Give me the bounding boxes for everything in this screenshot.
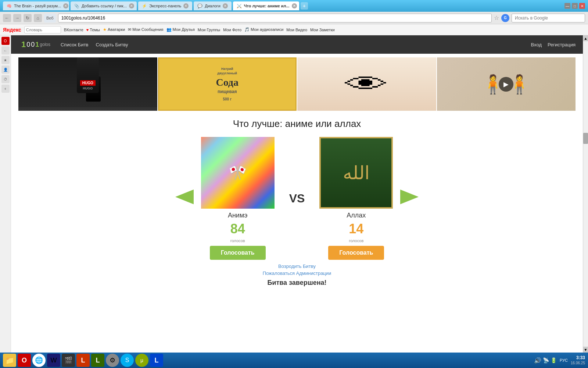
scroll-up[interactable]: ▲ bbox=[583, 35, 588, 41]
tab-battle-close[interactable]: ✕ bbox=[292, 3, 297, 8]
tray-icon-3[interactable]: 🔋 bbox=[551, 357, 557, 363]
browser-sidebar: O ← ★ 👤 ⏱ + bbox=[0, 35, 11, 353]
nav-login[interactable]: Вход bbox=[531, 42, 542, 47]
nav-list-battles[interactable]: Список Битв bbox=[61, 42, 89, 47]
bookmark-video[interactable]: Мои Видео bbox=[286, 28, 307, 32]
logo-one: 0 bbox=[31, 41, 35, 49]
taskbar-app3[interactable]: L bbox=[150, 354, 163, 367]
tab-dialogi[interactable]: 💬 Диалоги ✕ bbox=[194, 1, 232, 10]
taskbar-gear[interactable]: ⚙ bbox=[106, 354, 119, 367]
tab-battle[interactable]: ⚔️ Что лучше: аниме ил... ✕ bbox=[233, 1, 299, 10]
bookmark-photos[interactable]: Мои Фото bbox=[223, 28, 241, 32]
refresh-button[interactable]: ↻ bbox=[24, 14, 32, 22]
sidebar-user[interactable]: 👤 bbox=[1, 66, 10, 74]
tab-express-close[interactable]: ✕ bbox=[183, 3, 189, 8]
revive-battle-link[interactable]: Возродить Битву bbox=[278, 263, 316, 269]
play-button[interactable]: ▶ bbox=[499, 77, 513, 92]
sidebar-bookmarks[interactable]: ★ bbox=[1, 56, 10, 64]
forward-button[interactable]: → bbox=[13, 14, 21, 22]
banner-lashes[interactable]: 👁 bbox=[297, 57, 436, 111]
scrollbar[interactable]: ▲ ▼ bbox=[583, 35, 588, 353]
taskbar-app1[interactable]: L bbox=[76, 354, 90, 367]
taskbar-torrent[interactable]: μ bbox=[135, 354, 148, 367]
bookmark-audio[interactable]: 🎵 Мои аудиозаписи bbox=[244, 27, 283, 32]
tab-add-link-label: Добавить ссылку / пик... bbox=[82, 4, 127, 8]
taskbar-app2[interactable]: L bbox=[91, 354, 104, 367]
nav-register[interactable]: Регистрация bbox=[548, 42, 576, 47]
svg-marker-0 bbox=[175, 190, 194, 204]
tab-dialogi-close[interactable]: ✕ bbox=[223, 3, 228, 8]
tab-dialogi-label: Диалоги bbox=[205, 4, 220, 8]
scroll-down[interactable]: ▼ bbox=[583, 347, 588, 353]
allah-name: Аллах bbox=[347, 212, 366, 219]
bookmark-groups[interactable]: Мои Группы bbox=[198, 28, 220, 32]
prev-battle-button[interactable] bbox=[172, 190, 197, 208]
tab-express[interactable]: ⚡ Экспресс-панель ✕ bbox=[138, 1, 192, 10]
scroll-track bbox=[583, 41, 588, 347]
yandex-search-input[interactable] bbox=[24, 26, 61, 33]
logo-golos: golos bbox=[40, 42, 50, 47]
taskbar-skype[interactable]: S bbox=[121, 354, 134, 367]
bookmark-star[interactable]: ☆ bbox=[494, 14, 499, 21]
site-nav-links: Список Битв Создать Битву bbox=[61, 42, 524, 47]
window-minimize[interactable]: — bbox=[564, 3, 570, 9]
taskbar-folder[interactable]: 📁 bbox=[3, 354, 16, 367]
tab-dialogi-favicon: 💬 bbox=[197, 4, 202, 8]
tab-add-link-close[interactable]: ✕ bbox=[129, 3, 134, 8]
fat-image: 🧍 🧍 ▶ bbox=[437, 57, 576, 111]
tab-battle-label: Что лучше: аниме ил... bbox=[244, 4, 290, 8]
tab-brain-close[interactable]: ✕ bbox=[63, 3, 68, 8]
banner-hugo[interactable]: HUGO HUGO bbox=[18, 57, 157, 111]
taskbar-video[interactable]: 🎬 bbox=[62, 354, 75, 367]
lashes-image: 👁 bbox=[297, 57, 436, 111]
window-maximize[interactable]: □ bbox=[572, 3, 578, 9]
report-battle-link[interactable]: Пожаловаться Администрации bbox=[263, 270, 331, 276]
yandex-logo: Яндекс bbox=[3, 27, 21, 33]
sidebar-history[interactable]: ⏱ bbox=[1, 75, 10, 83]
bookmark-themes[interactable]: ♥ Темы bbox=[86, 28, 100, 32]
bookmark-messages[interactable]: ✉ Мои Сообщения bbox=[128, 27, 163, 32]
back-button[interactable]: ← bbox=[3, 14, 11, 22]
sidebar-opera[interactable]: O bbox=[1, 37, 10, 45]
home-button[interactable]: ⌂ bbox=[34, 14, 42, 22]
vote-allah-button[interactable]: Голосовать bbox=[328, 246, 384, 260]
banner-strip: HUGO HUGO Натрий двуугленый Сода bbox=[11, 54, 583, 114]
new-tab-button[interactable]: + bbox=[301, 2, 308, 10]
tab-add-link[interactable]: 📎 Добавить ссылку / пик... ✕ bbox=[71, 1, 137, 10]
anime-image: 🎌 bbox=[201, 137, 275, 209]
vote-anime-button[interactable]: Голосовать bbox=[210, 246, 266, 260]
svg-marker-1 bbox=[400, 190, 419, 204]
bookmark-vk[interactable]: ВКонтакте bbox=[64, 28, 83, 32]
tray-icon-2[interactable]: 📡 bbox=[543, 357, 549, 363]
tab-express-favicon: ⚡ bbox=[142, 4, 147, 8]
logo-zero: 0 bbox=[26, 41, 30, 49]
nav-create-battle[interactable]: Создать Битву bbox=[96, 42, 128, 47]
hugo-image: HUGO HUGO bbox=[18, 57, 157, 111]
bookmark-avatars[interactable]: ★ Аватарки bbox=[103, 27, 125, 32]
window-close[interactable]: ✕ bbox=[579, 3, 585, 9]
tab-brain[interactable]: 🧠 The Brain - разуй разум... ✕ bbox=[3, 1, 69, 10]
bookmark-notes[interactable]: Мои Заметки bbox=[310, 28, 335, 32]
battle-arena: 🎌 Анимэ 84 голосов Голосовать VS bbox=[26, 137, 568, 260]
scroll-thumb[interactable] bbox=[583, 133, 588, 144]
language-indicator[interactable]: РУС bbox=[560, 358, 568, 362]
allah-placeholder: الله bbox=[319, 137, 393, 209]
taskbar-wow[interactable]: W bbox=[47, 354, 60, 367]
competitor-right: الله Аллах 14 голосов Голосовать bbox=[319, 137, 393, 260]
banner-fat[interactable]: 🧍 🧍 ▶ bbox=[437, 57, 576, 111]
address-bar: ← → ↻ ⌂ Веб ☆ G bbox=[0, 12, 588, 24]
taskbar-opera[interactable]: O bbox=[18, 354, 31, 367]
sidebar-add[interactable]: + bbox=[1, 85, 10, 93]
next-battle-button[interactable] bbox=[397, 190, 422, 208]
clock: 3:33 16.06.25 bbox=[571, 355, 585, 366]
competitor-left: 🎌 Анимэ 84 голосов Голосовать bbox=[201, 137, 275, 260]
sidebar-back[interactable]: ← bbox=[1, 46, 10, 54]
address-input[interactable] bbox=[58, 14, 492, 22]
tab-brain-favicon: 🧠 bbox=[7, 4, 12, 8]
web-badge: Веб bbox=[46, 16, 54, 20]
banner-soda[interactable]: Натрий двуугленый Сода пищевая 500 г bbox=[158, 57, 297, 111]
taskbar-chrome[interactable]: 🌐 bbox=[32, 354, 46, 367]
search-input[interactable] bbox=[512, 14, 585, 22]
tray-icon-1[interactable]: 🔊 bbox=[534, 357, 541, 364]
bookmark-friends[interactable]: 👥 Мои Друзья bbox=[166, 27, 195, 32]
